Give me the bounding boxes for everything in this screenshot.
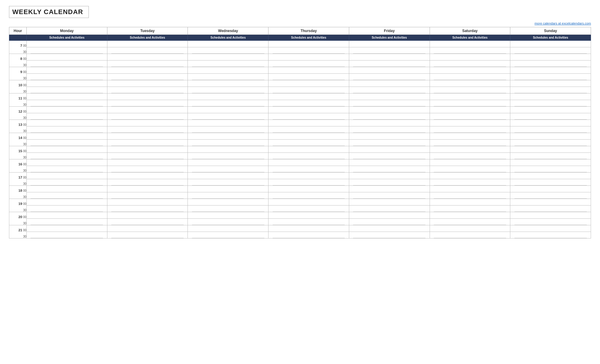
- day-cell: [107, 186, 188, 192]
- half-cell-line: [353, 61, 425, 67]
- half-cell-line: [514, 48, 587, 54]
- day-cell: [107, 67, 188, 74]
- half-cell-line: [434, 193, 506, 199]
- day-cell: [430, 113, 510, 120]
- day-cell: [349, 173, 430, 179]
- cell-line: [188, 213, 268, 219]
- cell-line: [430, 121, 510, 126]
- day-cell: [430, 192, 510, 199]
- cell-line: [510, 187, 591, 192]
- half-cell-line: [192, 141, 264, 146]
- calendar-table: Hour Monday Tuesday Wednesday Thursday F…: [9, 27, 591, 238]
- half-cell-line: [353, 127, 425, 133]
- day-cell: [430, 186, 510, 192]
- day-cell: [27, 61, 107, 67]
- day-cell: [188, 206, 268, 212]
- tuesday-sub: Schedules and Activities: [107, 35, 188, 41]
- cell-line: [188, 226, 268, 232]
- day-cell: [430, 61, 510, 67]
- day-cell: [107, 113, 188, 120]
- half-cell-line: [111, 88, 184, 93]
- day-cell: [268, 80, 349, 87]
- day-cell: [268, 61, 349, 67]
- hour-minutes: 00: [23, 110, 26, 113]
- thursday-sub: Schedules and Activities: [268, 35, 349, 41]
- cell-line: [430, 134, 510, 140]
- hour-number: 12: [19, 110, 22, 113]
- day-cell: [510, 80, 591, 87]
- half-cell-line: [514, 154, 587, 159]
- half-cell-line: [273, 114, 345, 120]
- day-cell: [349, 100, 430, 107]
- day-cell: [268, 133, 349, 140]
- table-row: 21 00: [9, 225, 591, 232]
- cell-line: [430, 81, 510, 87]
- day-cell: [27, 80, 107, 87]
- table-row: 30: [9, 206, 591, 212]
- half-cell-line: [192, 101, 264, 106]
- day-cell: [107, 232, 188, 238]
- day-cell: [510, 146, 591, 153]
- half-cell-line: [514, 127, 587, 133]
- half-cell-line: [111, 206, 184, 212]
- day-cell: [430, 219, 510, 225]
- day-cell: [510, 47, 591, 54]
- table-row: 12 00: [9, 107, 591, 113]
- half-hour-cell: 30: [9, 126, 27, 133]
- table-row: 30: [9, 219, 591, 225]
- cell-line: [430, 187, 510, 192]
- half-cell-line: [514, 180, 587, 185]
- day-cell: [107, 140, 188, 146]
- hour-number: 21: [19, 228, 22, 232]
- table-row: 9 00: [9, 67, 591, 74]
- half-cell-line: [273, 75, 345, 80]
- day-cell: [349, 146, 430, 153]
- day-cell: [107, 153, 188, 159]
- cell-line: [188, 200, 268, 206]
- page-title: WEEKLY CALENDAR: [12, 8, 83, 16]
- table-row: 20 00: [9, 212, 591, 219]
- day-cell: [188, 100, 268, 107]
- day-cell: [430, 54, 510, 61]
- day-cell: [430, 206, 510, 212]
- day-cell: [107, 87, 188, 93]
- day-cell: [349, 54, 430, 61]
- half-cell-line: [434, 233, 506, 238]
- hour-minutes: 00: [23, 176, 26, 179]
- cell-line: [107, 81, 188, 87]
- half-cell-line: [434, 75, 506, 80]
- day-cell: [349, 199, 430, 206]
- day-cell: [430, 74, 510, 80]
- cell-line: [107, 95, 188, 100]
- hour-cell: 21 00: [9, 225, 27, 232]
- half-cell-line: [353, 233, 425, 238]
- half-cell-line: [434, 154, 506, 159]
- cell-line: [510, 42, 591, 47]
- table-row: 30: [9, 166, 591, 173]
- more-calendars-link[interactable]: more calendars at excelcalendars.com: [535, 22, 591, 25]
- cell-line: [268, 200, 349, 206]
- half-hour-cell: 30: [9, 192, 27, 199]
- half-cell-line: [111, 61, 184, 67]
- half-cell-line: [273, 61, 345, 67]
- half-cell-line: [31, 180, 103, 185]
- cell-line: [349, 213, 430, 219]
- day-cell: [510, 113, 591, 120]
- half-cell-line: [514, 88, 587, 93]
- half-cell-line: [514, 220, 587, 225]
- hour-minutes: 00: [23, 215, 26, 219]
- day-cell: [510, 100, 591, 107]
- day-cell: [349, 159, 430, 166]
- table-row: 30: [9, 192, 591, 199]
- cell-line: [268, 174, 349, 179]
- cell-line: [268, 121, 349, 126]
- hour-number: 15: [19, 149, 22, 153]
- half-hour-cell: 30: [9, 74, 27, 80]
- half-cell-line: [192, 88, 264, 93]
- hour-number: 16: [19, 162, 22, 166]
- half-cell-line: [31, 220, 103, 225]
- day-cell: [430, 100, 510, 107]
- hour-cell: 19 00: [9, 199, 27, 206]
- day-cell: [349, 133, 430, 140]
- cell-line: [27, 161, 107, 166]
